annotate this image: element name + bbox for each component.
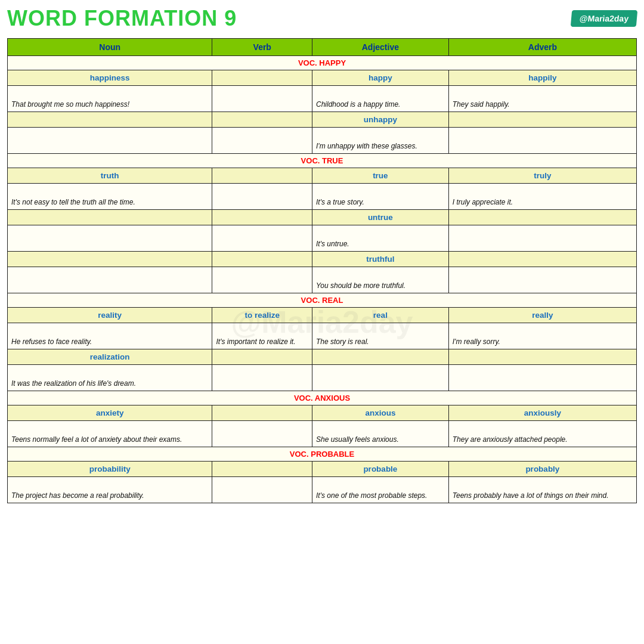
truthful-example-row: You should be more truthful. bbox=[8, 267, 637, 293]
voc-happy-label: VOC. HAPPY bbox=[8, 56, 637, 70]
happy-noun: happiness bbox=[8, 70, 212, 86]
happy-ex1-verb bbox=[212, 86, 312, 112]
true-ex1-adv: I truly appreciate it. bbox=[448, 184, 636, 210]
real-adj: real bbox=[312, 308, 449, 323]
unhappy-words-row: unhappy bbox=[8, 112, 637, 128]
anxious-example1-row: Teens normally feel a lot of anxiety abo… bbox=[8, 421, 637, 447]
untrue-adj: untrue bbox=[312, 210, 449, 225]
truthful-ex-adv bbox=[448, 267, 636, 293]
voc-happy-row: VOC. HAPPY bbox=[8, 56, 637, 70]
anxious-words-row: anxiety anxious anxiously bbox=[8, 405, 637, 421]
truthful-adv bbox=[448, 252, 636, 267]
untrue-ex-adj: It's untrue. bbox=[312, 225, 449, 252]
true-ex1-noun: It's not easy to tell the truth all the … bbox=[8, 184, 212, 210]
real-example1-row: He refuses to face reality. It's importa… bbox=[8, 323, 637, 349]
happy-adv: happily bbox=[448, 70, 636, 86]
anxious-ex1-noun: Teens normally feel a lot of anxiety abo… bbox=[8, 421, 212, 447]
true-ex1-verb bbox=[212, 184, 312, 210]
header-handle: @Maria2day bbox=[571, 10, 637, 27]
true-example1-row: It's not easy to tell the truth all the … bbox=[8, 184, 637, 210]
real-ex1-noun: He refuses to face reality. bbox=[8, 323, 212, 349]
untrue-noun bbox=[8, 210, 212, 225]
col-verb: Verb bbox=[212, 39, 312, 56]
unhappy-ex-adj: I'm unhappy with these glasses. bbox=[312, 128, 449, 154]
realization-ex-noun: It was the realization of his life's dre… bbox=[8, 365, 212, 391]
true-ex1-adj: It's a true story. bbox=[312, 184, 449, 210]
voc-true-row: VOC. TRUE bbox=[8, 154, 637, 168]
unhappy-verb bbox=[212, 112, 312, 128]
real-ex1-adv: I'm really sorry. bbox=[448, 323, 636, 349]
anxious-verb bbox=[212, 405, 312, 421]
untrue-words-row: untrue bbox=[8, 210, 637, 225]
true-noun: truth bbox=[8, 168, 212, 184]
truthful-ex-verb bbox=[212, 267, 312, 293]
real-noun: reality bbox=[8, 308, 212, 323]
unhappy-example-row: I'm unhappy with these glasses. bbox=[8, 128, 637, 154]
untrue-verb bbox=[212, 210, 312, 225]
voc-real-row: VOC. REAL bbox=[8, 293, 637, 308]
truthful-words-row: truthful bbox=[8, 252, 637, 267]
page: WORD FORMATION 9 @Maria2day @Maria2day N… bbox=[0, 0, 644, 644]
col-adjective: Adjective bbox=[312, 39, 449, 56]
truthful-verb bbox=[212, 252, 312, 267]
happy-ex1-adv: They said happily. bbox=[448, 86, 636, 112]
realization-example-row: It was the realization of his life's dre… bbox=[8, 365, 637, 391]
word-formation-table: Noun Verb Adjective Adverb VOC. HAPPY ha… bbox=[7, 38, 637, 503]
true-verb bbox=[212, 168, 312, 184]
probable-noun: probability bbox=[8, 462, 212, 477]
realization-adv bbox=[448, 349, 636, 365]
table-header-row: Noun Verb Adjective Adverb bbox=[8, 39, 637, 56]
header: WORD FORMATION 9 @Maria2day bbox=[7, 6, 637, 31]
untrue-ex-verb bbox=[212, 225, 312, 252]
happy-ex1-noun: That brought me so much happiness! bbox=[8, 86, 212, 112]
realization-noun: realization bbox=[8, 349, 212, 365]
voc-real-label: VOC. REAL bbox=[8, 293, 637, 308]
untrue-ex-noun bbox=[8, 225, 212, 252]
real-words-row: reality to realize real really bbox=[8, 308, 637, 323]
real-verb: to realize bbox=[212, 308, 312, 323]
untrue-example-row: It's untrue. bbox=[8, 225, 637, 252]
probable-words-row: probability probable probably bbox=[8, 462, 637, 477]
happy-example1-row: That brought me so much happiness! Child… bbox=[8, 86, 637, 112]
truthful-adj: truthful bbox=[312, 252, 449, 267]
happy-verb bbox=[212, 70, 312, 86]
probable-adj: probable bbox=[312, 462, 449, 477]
unhappy-adv bbox=[448, 112, 636, 128]
happy-ex1-adj: Childhood is a happy time. bbox=[312, 86, 449, 112]
happy-words-row: happiness happy happily bbox=[8, 70, 637, 86]
anxious-adv: anxiously bbox=[448, 405, 636, 421]
truthful-noun bbox=[8, 252, 212, 267]
realization-verb bbox=[212, 349, 312, 365]
col-noun: Noun bbox=[8, 39, 212, 56]
probable-ex1-noun: The project has become a real probabilit… bbox=[8, 477, 212, 503]
voc-anxious-label: VOC. ANXIOUS bbox=[8, 391, 637, 405]
untrue-adv bbox=[448, 210, 636, 225]
true-words-row: truth true truly bbox=[8, 168, 637, 184]
anxious-ex1-verb bbox=[212, 421, 312, 447]
probable-verb bbox=[212, 462, 312, 477]
anxious-adj: anxious bbox=[312, 405, 449, 421]
real-adv: really bbox=[448, 308, 636, 323]
realization-ex-verb bbox=[212, 365, 312, 391]
anxious-ex1-adj: She usually feels anxious. bbox=[312, 421, 449, 447]
unhappy-ex-noun bbox=[8, 128, 212, 154]
probable-ex1-adj: It's one of the most probable steps. bbox=[312, 477, 449, 503]
probable-ex1-adv: Teens probably have a lot of things on t… bbox=[448, 477, 636, 503]
probable-adv: probably bbox=[448, 462, 636, 477]
probable-ex1-verb bbox=[212, 477, 312, 503]
handle-badge: @Maria2day bbox=[571, 10, 638, 27]
real-ex1-adj: The story is real. bbox=[312, 323, 449, 349]
voc-probable-row: VOC. PROBABLE bbox=[8, 447, 637, 462]
happy-adj: happy bbox=[312, 70, 449, 86]
truthful-ex-adj: You should be more truthful. bbox=[312, 267, 449, 293]
unhappy-adj: unhappy bbox=[312, 112, 449, 128]
realization-words-row: realization bbox=[8, 349, 637, 365]
voc-true-label: VOC. TRUE bbox=[8, 154, 637, 168]
probable-example1-row: The project has become a real probabilit… bbox=[8, 477, 637, 503]
real-ex1-verb: It's important to realize it. bbox=[212, 323, 312, 349]
unhappy-ex-verb bbox=[212, 128, 312, 154]
anxious-ex1-adv: They are anxiously attached people. bbox=[448, 421, 636, 447]
realization-ex-adj bbox=[312, 365, 449, 391]
anxious-noun: anxiety bbox=[8, 405, 212, 421]
page-title: WORD FORMATION 9 bbox=[7, 6, 237, 31]
